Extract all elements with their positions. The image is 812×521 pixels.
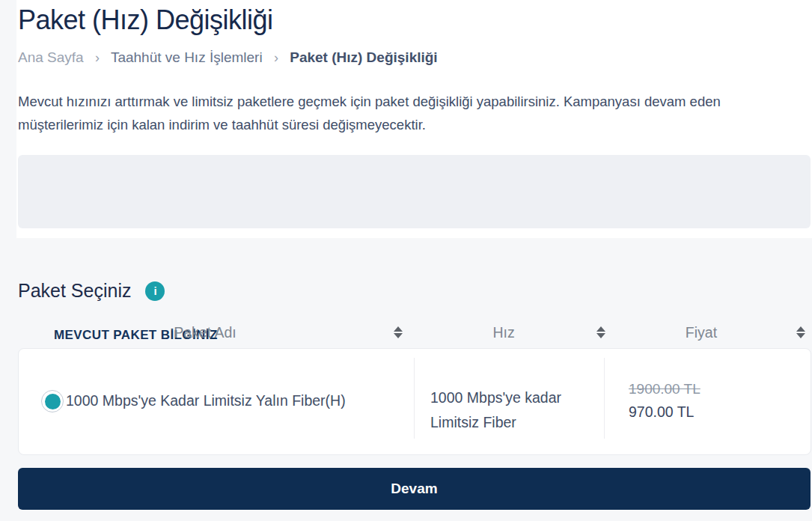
sort-up-arrow-icon	[796, 326, 805, 332]
breadcrumb-current: Paket (Hız) Değişikliği	[290, 49, 437, 65]
column-header-paket-adi[interactable]: Paket Adı	[18, 322, 392, 343]
sort-up-arrow-icon	[596, 326, 605, 332]
row-old-price: 1900.00 TL	[629, 381, 700, 397]
sort-icon-paket-adi[interactable]	[393, 325, 403, 340]
column-header-hiz[interactable]: Hız	[414, 322, 593, 343]
row-package-name[interactable]: 1000 Mbps'ye Kadar Limitsiz Yalın Fiber(…	[66, 392, 346, 409]
sort-down-arrow-icon	[394, 333, 403, 338]
breadcrumb-home[interactable]: Ana Sayfa	[18, 49, 84, 65]
speed-line-2: Limitsiz Fiber	[430, 410, 561, 435]
sort-icon-hiz[interactable]	[596, 325, 606, 340]
continue-button[interactable]: Devam	[18, 468, 811, 510]
breadcrumb-taahhut[interactable]: Taahhüt ve Hız İşlemleri	[111, 49, 263, 65]
page-description: Mevcut hızınızı arttırmak ve limitsiz pa…	[18, 90, 804, 136]
breadcrumb: Ana Sayfa › Taahhüt ve Hız İşlemleri › P…	[18, 49, 438, 66]
row-price: 970.00 TL	[629, 403, 694, 421]
page-title: Paket (Hız) Değişikliği	[18, 4, 273, 36]
package-radio-button[interactable]	[41, 390, 64, 412]
breadcrumb-separator-icon: ›	[274, 50, 278, 65]
breadcrumb-separator-icon: ›	[95, 50, 100, 65]
speed-line-1: 1000 Mbps'ye kadar	[430, 386, 561, 410]
sort-up-arrow-icon	[394, 326, 403, 332]
package-select-heading: Paket Seçiniz	[18, 280, 131, 302]
current-package-box: MEVCUT PAKET BİLGİNİZ 500 Mbps'ye Kadar …	[18, 155, 811, 228]
sort-down-arrow-icon	[596, 333, 605, 338]
package-select-section: Paket Seçiniz i	[18, 280, 165, 302]
column-divider	[414, 358, 415, 439]
radio-selected-dot	[45, 394, 61, 409]
sort-icon-fiyat[interactable]	[796, 325, 806, 340]
row-package-speed: 1000 Mbps'ye kadar Limitsiz Fiber	[430, 386, 561, 435]
column-divider	[604, 358, 605, 439]
info-icon[interactable]: i	[145, 281, 165, 301]
sort-down-arrow-icon	[796, 333, 805, 338]
column-header-fiyat[interactable]: Fiyat	[604, 322, 799, 343]
